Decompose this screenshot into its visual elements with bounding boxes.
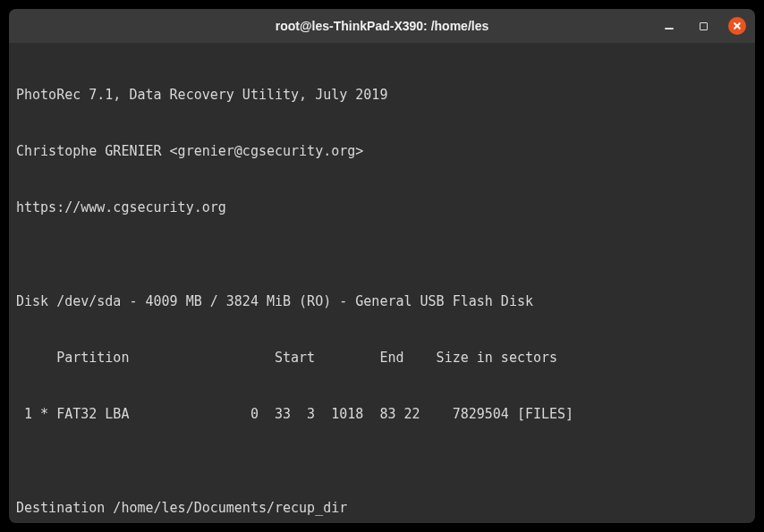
disk-line: Disk /dev/sda - 4009 MB / 3824 MiB (RO) …: [16, 292, 748, 311]
partition-row-line: 1 * FAT32 LBA 0 33 3 1018 83 22 7829504 …: [16, 405, 748, 424]
destination-line: Destination /home/les/Documents/recup_di…: [16, 499, 748, 518]
minimize-icon: [665, 28, 674, 30]
url-line: https://www.cgsecurity.org: [16, 198, 748, 217]
maximize-icon: [700, 22, 708, 30]
app-header-line: PhotoRec 7.1, Data Recovery Utility, Jul…: [16, 86, 748, 105]
window-title: root@les-ThinkPad-X390: /home/les: [276, 19, 489, 33]
maximize-button[interactable]: [694, 17, 712, 35]
titlebar: root@les-ThinkPad-X390: /home/les: [9, 9, 755, 43]
window-controls: [660, 17, 746, 35]
close-icon: [733, 21, 742, 30]
partition-header-line: Partition Start End Size in sectors: [16, 349, 748, 367]
author-line: Christophe GRENIER <grenier@cgsecurity.o…: [16, 142, 748, 161]
terminal-content[interactable]: PhotoRec 7.1, Data Recovery Utility, Jul…: [9, 43, 755, 523]
minimize-button[interactable]: [660, 17, 678, 35]
close-button[interactable]: [728, 17, 746, 35]
terminal-window: root@les-ThinkPad-X390: /home/les PhotoR…: [9, 9, 755, 523]
